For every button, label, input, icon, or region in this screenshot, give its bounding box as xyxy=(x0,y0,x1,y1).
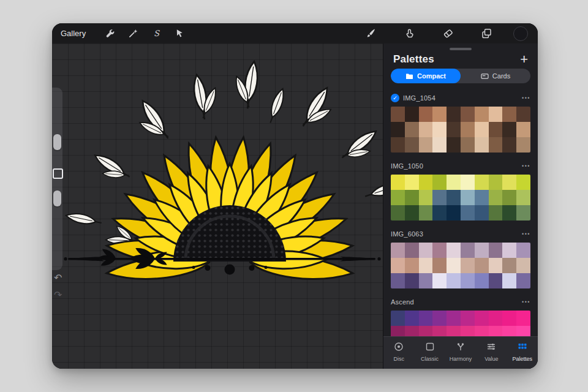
color-swatch[interactable] xyxy=(405,107,419,122)
color-swatch[interactable] xyxy=(489,311,503,326)
color-swatch[interactable] xyxy=(447,243,461,258)
color-swatch[interactable] xyxy=(419,137,433,153)
color-swatch[interactable] xyxy=(419,273,433,288)
color-swatch[interactable] xyxy=(432,205,447,221)
color-swatch[interactable] xyxy=(461,273,475,288)
actions-wrench-icon[interactable] xyxy=(98,23,121,43)
palette-header[interactable]: IMG_6063 ••• xyxy=(391,228,530,240)
brush-icon[interactable] xyxy=(359,23,382,43)
color-swatch[interactable] xyxy=(516,205,530,221)
color-swatch[interactable] xyxy=(475,258,489,273)
active-color-swatch[interactable] xyxy=(513,26,528,41)
color-swatch[interactable] xyxy=(432,175,447,190)
canvas[interactable]: ↶ ↷ xyxy=(52,43,383,369)
color-swatch[interactable] xyxy=(432,311,447,326)
color-swatch[interactable] xyxy=(461,326,475,336)
color-swatch[interactable] xyxy=(432,107,447,122)
color-swatch[interactable] xyxy=(516,243,530,258)
color-swatch[interactable] xyxy=(475,107,489,122)
palette-options-button[interactable]: ••• xyxy=(522,299,530,305)
color-swatch[interactable] xyxy=(502,243,516,258)
transform-icon[interactable] xyxy=(168,23,191,43)
color-swatch[interactable] xyxy=(432,190,447,205)
color-swatch[interactable] xyxy=(475,122,489,137)
color-swatch[interactable] xyxy=(461,122,475,137)
color-swatch[interactable] xyxy=(405,273,419,288)
color-swatch[interactable] xyxy=(489,205,503,221)
add-palette-button[interactable]: + xyxy=(520,53,528,66)
color-swatch[interactable] xyxy=(419,190,433,205)
brush-size-slider[interactable] xyxy=(53,134,61,150)
color-swatch[interactable] xyxy=(405,137,419,153)
color-swatch[interactable] xyxy=(489,175,503,190)
color-swatch[interactable] xyxy=(502,326,516,336)
color-swatch[interactable] xyxy=(461,107,475,122)
color-swatch[interactable] xyxy=(489,107,503,122)
color-swatch[interactable] xyxy=(516,190,530,205)
color-swatch[interactable] xyxy=(391,137,405,153)
palette-header[interactable]: ✓ IMG_1054 ••• xyxy=(391,92,530,104)
color-swatch[interactable] xyxy=(447,122,461,137)
opacity-slider[interactable] xyxy=(53,190,61,206)
color-swatch[interactable] xyxy=(447,190,461,205)
color-swatch[interactable] xyxy=(405,175,419,190)
palette-options-button[interactable]: ••• xyxy=(522,231,530,237)
color-swatch[interactable] xyxy=(391,258,405,273)
color-swatch[interactable] xyxy=(516,137,530,153)
color-swatch[interactable] xyxy=(419,122,433,137)
palette-header[interactable]: IMG_1050 ••• xyxy=(391,160,530,172)
color-swatch[interactable] xyxy=(516,258,530,273)
compact-segment[interactable]: Compact xyxy=(391,69,461,83)
color-swatch[interactable] xyxy=(447,311,461,326)
color-swatch[interactable] xyxy=(391,107,405,122)
color-swatch[interactable] xyxy=(502,258,516,273)
color-swatch[interactable] xyxy=(432,243,447,258)
color-swatch[interactable] xyxy=(419,107,433,122)
color-swatch[interactable] xyxy=(489,243,503,258)
color-swatch[interactable] xyxy=(405,311,419,326)
selection-icon[interactable]: S xyxy=(145,23,168,43)
color-swatch[interactable] xyxy=(419,311,433,326)
color-swatch[interactable] xyxy=(475,205,489,221)
color-swatch[interactable] xyxy=(447,175,461,190)
color-swatch[interactable] xyxy=(405,258,419,273)
tab-palettes[interactable]: Palettes xyxy=(507,337,538,369)
color-swatch[interactable] xyxy=(391,205,405,221)
color-swatch[interactable] xyxy=(502,205,516,221)
color-swatch[interactable] xyxy=(516,311,530,326)
color-swatch[interactable] xyxy=(432,273,447,288)
color-swatch[interactable] xyxy=(475,273,489,288)
color-swatch[interactable] xyxy=(489,122,503,137)
color-swatch[interactable] xyxy=(516,122,530,137)
color-swatch[interactable] xyxy=(502,107,516,122)
color-swatch[interactable] xyxy=(447,107,461,122)
color-swatch[interactable] xyxy=(432,122,447,137)
color-swatch[interactable] xyxy=(516,107,530,122)
color-swatch[interactable] xyxy=(391,122,405,137)
color-swatch[interactable] xyxy=(475,243,489,258)
palette-options-button[interactable]: ••• xyxy=(522,95,530,101)
modify-button[interactable] xyxy=(53,168,63,179)
color-swatch[interactable] xyxy=(516,273,530,288)
color-swatch[interactable] xyxy=(489,137,503,153)
color-swatch[interactable] xyxy=(391,311,405,326)
color-swatch[interactable] xyxy=(391,326,405,336)
color-swatch[interactable] xyxy=(419,258,433,273)
smudge-icon[interactable] xyxy=(398,23,421,43)
color-swatch[interactable] xyxy=(432,137,447,153)
color-swatch[interactable] xyxy=(405,326,419,336)
tab-classic[interactable]: Classic xyxy=(414,337,445,369)
undo-button[interactable]: ↶ xyxy=(54,273,62,283)
color-swatch[interactable] xyxy=(489,190,503,205)
color-swatch[interactable] xyxy=(461,190,475,205)
color-swatch[interactable] xyxy=(419,243,433,258)
color-swatch[interactable] xyxy=(461,311,475,326)
redo-button[interactable]: ↷ xyxy=(54,290,62,300)
color-swatch[interactable] xyxy=(432,258,447,273)
color-swatch[interactable] xyxy=(419,175,433,190)
color-swatch[interactable] xyxy=(391,190,405,205)
layers-icon[interactable] xyxy=(475,23,498,43)
palette-options-button[interactable]: ••• xyxy=(522,163,530,169)
tab-harmony[interactable]: Harmony xyxy=(445,337,476,369)
color-swatch[interactable] xyxy=(475,175,489,190)
